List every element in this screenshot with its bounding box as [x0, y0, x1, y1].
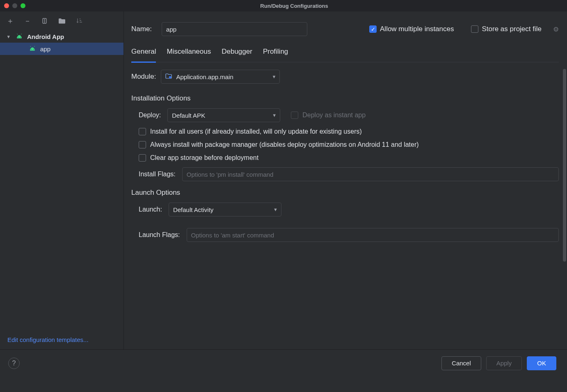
edit-templates-link[interactable]: Edit configuration templates... — [7, 336, 89, 343]
footer: ? Cancel Apply OK — [0, 349, 567, 376]
name-label: Name: — [131, 25, 152, 33]
apply-button: Apply — [486, 356, 522, 370]
gear-icon[interactable]: ⚙ — [553, 25, 559, 33]
config-tree: ▾ Android App app — [0, 28, 123, 336]
store-as-file-label: Store as project file — [482, 25, 542, 33]
checkbox-icon — [139, 141, 146, 148]
install-all-users-checkbox[interactable]: Install for all users (if already instal… — [139, 128, 559, 135]
sort-config-icon[interactable] — [75, 16, 84, 25]
module-select[interactable]: Application.app.main ▼ — [161, 70, 280, 84]
allow-multiple-label: Allow multiple instances — [380, 25, 454, 33]
remove-config-icon[interactable]: － — [23, 16, 32, 25]
deploy-instant-label: Deploy as instant app — [302, 112, 366, 119]
folder-config-icon[interactable] — [57, 16, 66, 25]
tree-item-label: app — [40, 46, 50, 52]
name-input[interactable] — [162, 22, 307, 36]
clear-storage-checkbox[interactable]: Clear app storage before deployment — [139, 154, 559, 162]
tab-general[interactable]: General — [131, 48, 156, 63]
checkbox-checked-icon: ✓ — [369, 25, 377, 33]
store-as-file-checkbox[interactable]: Store as project file — [471, 25, 542, 33]
sidebar: ＋ － ▾ Android App — [0, 11, 124, 349]
install-options-legend: Installation Options — [131, 94, 559, 103]
maximize-window-icon[interactable] — [21, 3, 25, 8]
module-label: Module: — [131, 73, 156, 81]
android-icon — [16, 33, 23, 40]
minimize-window-icon — [12, 3, 17, 8]
install-flags-input[interactable] — [182, 167, 559, 181]
chevron-down-icon: ▾ — [7, 34, 13, 39]
sidebar-toolbar: ＋ － — [0, 11, 123, 28]
launch-value: Default Activity — [173, 206, 213, 213]
android-icon — [29, 46, 36, 52]
tab-profiling[interactable]: Profiling — [263, 48, 288, 62]
chevron-down-icon: ▼ — [273, 207, 278, 212]
ok-button[interactable]: OK — [527, 356, 556, 370]
checkbox-icon — [139, 128, 146, 135]
titlebar: Run/Debug Configurations — [0, 0, 567, 11]
launch-flags-label: Launch Flags: — [139, 231, 180, 239]
deploy-select[interactable]: Default APK ▼ — [167, 108, 280, 122]
launch-label: Launch: — [139, 206, 162, 213]
add-config-icon[interactable]: ＋ — [6, 16, 15, 25]
main-panel: Name: ✓ Allow multiple instances Store a… — [124, 11, 567, 349]
tab-miscellaneous[interactable]: Miscellaneous — [167, 48, 211, 62]
scrollbar[interactable] — [563, 69, 566, 262]
svg-point-1 — [18, 37, 18, 38]
window-controls — [4, 3, 25, 8]
install-flags-label: Install Flags: — [139, 171, 176, 178]
allow-multiple-checkbox[interactable]: ✓ Allow multiple instances — [369, 25, 454, 33]
clear-storage-label: Clear app storage before deployment — [150, 154, 258, 162]
deploy-value: Default APK — [172, 112, 205, 119]
deploy-instant-checkbox: Deploy as instant app — [291, 112, 366, 119]
module-value: Application.app.main — [176, 73, 233, 80]
svg-point-2 — [20, 37, 21, 38]
always-pm-label: Always install with package manager (dis… — [150, 141, 419, 148]
folder-icon — [165, 73, 172, 80]
svg-rect-5 — [169, 76, 171, 78]
checkbox-icon — [291, 112, 298, 119]
launch-select[interactable]: Default Activity ▼ — [169, 203, 281, 217]
tree-group-android-app[interactable]: ▾ Android App — [0, 30, 123, 43]
copy-config-icon[interactable] — [40, 16, 49, 25]
chevron-down-icon: ▼ — [272, 113, 277, 118]
chevron-down-icon: ▼ — [272, 74, 277, 79]
install-all-users-label: Install for all users (if already instal… — [150, 128, 362, 135]
checkbox-icon — [471, 25, 478, 33]
window-title: Run/Debug Configurations — [25, 3, 563, 9]
svg-point-4 — [33, 49, 34, 50]
tab-bar: General Miscellaneous Debugger Profiling — [131, 48, 559, 62]
cancel-button[interactable]: Cancel — [441, 356, 481, 370]
tree-group-label: Android App — [27, 33, 64, 40]
launch-flags-input[interactable] — [187, 228, 559, 242]
edit-templates-link-wrap: Edit configuration templates... — [0, 336, 123, 349]
tab-debugger[interactable]: Debugger — [222, 48, 252, 62]
launch-options-legend: Launch Options — [131, 189, 559, 197]
help-button[interactable]: ? — [8, 358, 20, 369]
close-window-icon[interactable] — [4, 3, 9, 8]
checkbox-icon — [139, 154, 146, 162]
deploy-label: Deploy: — [139, 112, 161, 119]
svg-point-3 — [31, 49, 32, 50]
always-pm-checkbox[interactable]: Always install with package manager (dis… — [139, 141, 559, 148]
tree-item-app[interactable]: app — [0, 43, 123, 55]
